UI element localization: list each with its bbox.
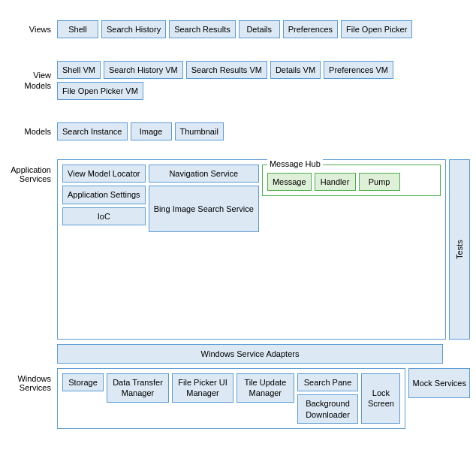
box-shell-vm: Shell VM	[57, 61, 101, 79]
box-thumbnail: Thumbnail	[175, 122, 224, 140]
app-services-inner: View Model Locator Application Settings …	[62, 165, 441, 232]
app-col-1: View Model Locator Application Settings …	[62, 165, 146, 225]
models-label: Models	[6, 126, 57, 137]
box-handler: Handler	[315, 173, 356, 191]
box-search-results: Search Results	[169, 20, 236, 38]
box-storage: Storage	[62, 373, 104, 391]
box-details-vm: Details VM	[270, 61, 321, 79]
windows-services-row: Windows Services Storage Data Transfer M…	[6, 368, 470, 429]
views-row: Views Shell Search History Search Result…	[6, 6, 470, 53]
stacked-search-pane-bg: Search Pane Background Downloader	[297, 373, 359, 424]
box-file-picker-ui-manager: File Picker UI Manager	[172, 373, 233, 403]
models-row: Models Search Instance Image Thumbnail	[6, 108, 470, 155]
tests-box: Tests	[449, 159, 470, 340]
box-details: Details	[239, 20, 280, 38]
view-models-row: View Models Shell VM Search History VM S…	[6, 57, 470, 104]
models-content: Search Instance Image Thumbnail	[57, 122, 443, 140]
box-ioc: IoC	[62, 207, 146, 225]
adapters-row: Windows Service Adapters	[6, 344, 470, 364]
views-content: Shell Search History Search Results Deta…	[57, 20, 443, 38]
architecture-diagram: Views Shell Search History Search Result…	[6, 6, 470, 429]
app-services-label: Application Services	[6, 159, 57, 340]
box-preferences-vm: Preferences VM	[324, 61, 393, 79]
box-lock-screen: Lock Screen	[361, 373, 400, 424]
box-search-instance: Search Instance	[57, 122, 128, 140]
box-shell: Shell	[57, 20, 98, 38]
box-tile-update-manager: Tile Update Manager	[236, 373, 294, 403]
app-services-row: Application Services View Model Locator …	[6, 159, 470, 340]
windows-service-adapters-box: Windows Service Adapters	[57, 344, 443, 364]
box-data-transfer-manager: Data Transfer Manager	[107, 373, 169, 403]
box-message: Message	[267, 173, 312, 191]
box-bing-image-search-service: Bing Image Search Service	[149, 186, 259, 232]
box-file-open-picker: File Open Picker	[341, 20, 412, 38]
box-search-history-vm: Search History VM	[104, 61, 183, 79]
box-search-pane: Search Pane	[297, 373, 359, 391]
box-view-model-locator: View Model Locator	[62, 165, 146, 183]
box-navigation-service: Navigation Service	[149, 165, 259, 183]
box-file-open-picker-vm: File Open Picker VM	[57, 82, 143, 100]
box-background-downloader: Background Downloader	[297, 394, 359, 424]
windows-services-label: Windows Services	[6, 368, 57, 392]
message-hub-label: Message Hub	[267, 159, 323, 168]
view-models-label: View Models	[6, 70, 57, 92]
box-preferences: Preferences	[283, 20, 338, 38]
box-application-settings: Application Settings	[62, 186, 146, 204]
app-services-area: View Model Locator Application Settings …	[57, 159, 446, 340]
message-hub-container: Message Hub Message Handler Pump	[262, 165, 441, 196]
message-hub-items: Message Handler Pump	[267, 173, 435, 191]
box-pump: Pump	[359, 173, 400, 191]
box-image: Image	[131, 122, 172, 140]
windows-services-area: Storage Data Transfer Manager File Picke…	[57, 368, 405, 429]
mock-services-area: Mock Services	[408, 368, 470, 398]
box-search-history: Search History	[101, 20, 166, 38]
mock-services-box: Mock Services	[408, 368, 470, 398]
views-label: Views	[6, 24, 57, 35]
view-models-content: Shell VM Search History VM Search Result…	[57, 61, 443, 101]
app-col-2: Navigation Service Bing Image Search Ser…	[149, 165, 259, 232]
box-search-results-vm: Search Results VM	[186, 61, 267, 79]
